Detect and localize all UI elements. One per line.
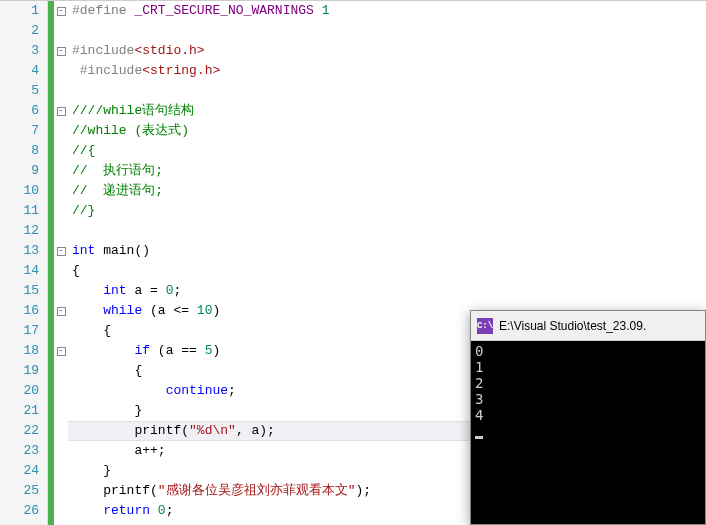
line-number: 26 xyxy=(0,501,39,521)
fold-toggle[interactable]: - xyxy=(57,247,66,256)
line-number: 15 xyxy=(0,281,39,301)
fold-toggle[interactable]: - xyxy=(57,107,66,116)
line-number: 5 xyxy=(0,81,39,101)
line-number: 25 xyxy=(0,481,39,501)
code-line[interactable]: ////while语句结构 xyxy=(68,101,706,121)
console-output[interactable]: 0 1 2 3 4 xyxy=(471,341,705,524)
line-number: 13 xyxy=(0,241,39,261)
line-number: 16 xyxy=(0,301,39,321)
code-line[interactable] xyxy=(68,81,706,101)
fold-toggle[interactable]: - xyxy=(57,347,66,356)
line-number: 22 xyxy=(0,421,39,441)
line-number: 7 xyxy=(0,121,39,141)
line-number: 12 xyxy=(0,221,39,241)
console-line: 0 xyxy=(475,343,701,359)
line-number-gutter: 1 2 3 4 5 6 7 8 9 10 11 12 13 14 15 16 1… xyxy=(0,1,48,525)
console-line: 1 xyxy=(475,359,701,375)
console-line: 2 xyxy=(475,375,701,391)
line-number: 18 xyxy=(0,341,39,361)
line-number: 21 xyxy=(0,401,39,421)
code-line[interactable]: //} xyxy=(68,201,706,221)
fold-toggle[interactable]: - xyxy=(57,7,66,16)
line-number: 17 xyxy=(0,321,39,341)
code-line[interactable] xyxy=(68,221,706,241)
line-number: 1 xyxy=(0,1,39,21)
code-line[interactable]: int a = 0; xyxy=(68,281,706,301)
console-line: 3 xyxy=(475,391,701,407)
line-number: 4 xyxy=(0,61,39,81)
line-number: 8 xyxy=(0,141,39,161)
line-number: 10 xyxy=(0,181,39,201)
line-number: 11 xyxy=(0,201,39,221)
cursor-icon xyxy=(475,436,483,439)
console-icon: C:\ xyxy=(477,318,493,334)
code-line[interactable]: //while (表达式) xyxy=(68,121,706,141)
code-line[interactable]: #include<stdio.h> xyxy=(68,41,706,61)
code-line[interactable]: #define _CRT_SECURE_NO_WARNINGS 1 xyxy=(68,1,706,21)
console-window[interactable]: C:\ E:\Visual Studio\test_23.09. 0 1 2 3… xyxy=(470,310,706,525)
line-number: 19 xyxy=(0,361,39,381)
line-number: 2 xyxy=(0,21,39,41)
console-title-text: E:\Visual Studio\test_23.09. xyxy=(499,319,646,333)
fold-toggle[interactable]: - xyxy=(57,47,66,56)
fold-column: - - - - - - xyxy=(54,1,68,525)
line-number: 3 xyxy=(0,41,39,61)
console-titlebar[interactable]: C:\ E:\Visual Studio\test_23.09. xyxy=(471,311,705,341)
console-line: 4 xyxy=(475,407,701,423)
line-number: 6 xyxy=(0,101,39,121)
line-number: 9 xyxy=(0,161,39,181)
code-line[interactable]: //{ xyxy=(68,141,706,161)
code-line[interactable]: // 执行语句; xyxy=(68,161,706,181)
line-number: 14 xyxy=(0,261,39,281)
code-line[interactable]: int main() xyxy=(68,241,706,261)
line-number: 24 xyxy=(0,461,39,481)
console-cursor-line xyxy=(475,423,701,439)
line-number: 23 xyxy=(0,441,39,461)
line-number: 20 xyxy=(0,381,39,401)
fold-toggle[interactable]: - xyxy=(57,307,66,316)
code-line[interactable]: // 递进语句; xyxy=(68,181,706,201)
code-line[interactable]: #include<string.h> xyxy=(68,61,706,81)
code-line[interactable] xyxy=(68,21,706,41)
code-line[interactable]: { xyxy=(68,261,706,281)
